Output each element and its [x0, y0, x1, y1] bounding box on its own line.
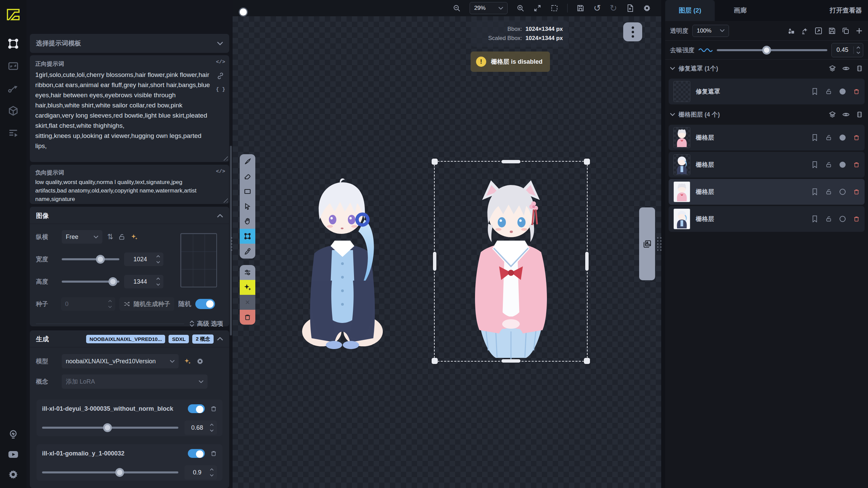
height-slider[interactable]	[62, 281, 119, 283]
lora-weight-input[interactable]: 0.68	[184, 421, 217, 435]
duplicate-layer-icon[interactable]	[842, 27, 850, 35]
zoom-level-select[interactable]: 29%	[470, 2, 508, 14]
bbox-handle-bottom[interactable]	[501, 359, 520, 363]
height-stepper[interactable]	[156, 278, 163, 286]
bookmark-icon[interactable]	[812, 134, 818, 141]
negative-prompt-box[interactable]: 负向提示词 low quality,worst quality,norma l …	[30, 165, 229, 204]
new-canvas-icon[interactable]	[626, 4, 634, 12]
layer-row-raster-1[interactable]: 栅格层	[669, 125, 865, 150]
panel-resize-grip[interactable]	[657, 237, 662, 251]
invoke-sparkle-tool-button[interactable]	[240, 280, 255, 295]
layer-color-dot[interactable]	[840, 189, 846, 195]
width-input[interactable]: 1024	[124, 252, 163, 266]
color-swatch[interactable]	[239, 7, 248, 17]
group-inpaint-mask[interactable]: 修复遮罩 (1个)	[665, 60, 868, 77]
layer-color-dot[interactable]	[840, 162, 846, 168]
eyedropper-tool-button[interactable]	[240, 244, 255, 259]
filter-tool-button[interactable]	[240, 265, 255, 280]
layer-row-inpaint-mask[interactable]: 修复遮罩	[669, 79, 865, 104]
trash-icon[interactable]	[210, 405, 217, 412]
bookmark-icon[interactable]	[812, 88, 818, 95]
layer-row-raster-4[interactable]: 栅格层	[669, 206, 865, 232]
trash-icon[interactable]	[210, 450, 217, 457]
canvas-image-blue-girl[interactable]	[291, 169, 393, 354]
nav-canvas-icon[interactable]	[7, 38, 19, 49]
chevron-up-icon[interactable]	[217, 214, 223, 218]
trash-icon[interactable]	[853, 134, 860, 141]
negative-prompt-text[interactable]: low quality,worst quality,norma l qualit…	[35, 178, 211, 203]
cancel-tool-button[interactable]: ×	[240, 295, 255, 310]
canvas-menu-button[interactable]	[623, 22, 642, 41]
height-input[interactable]: 1344	[124, 275, 163, 288]
bbox-handle-top-left[interactable]	[432, 159, 438, 165]
lora-enabled-toggle[interactable]	[188, 404, 205, 413]
layer-row-raster-3[interactable]: 栅格层	[669, 179, 865, 205]
layer-color-dot[interactable]	[840, 135, 846, 141]
eye-icon[interactable]	[842, 111, 850, 118]
chevron-up-icon[interactable]	[217, 337, 223, 341]
youtube-icon[interactable]	[7, 449, 19, 460]
model-select[interactable]: noobaiXLNAIXL_vPred10Version	[62, 354, 179, 368]
positive-prompt-box[interactable]: 正向提示词 1girl,solo,cute,loli,cherry blosso…	[30, 55, 229, 162]
merge-layers-icon[interactable]	[787, 27, 795, 35]
braces-icon[interactable]: { }	[216, 87, 225, 93]
layer-color-dot[interactable]	[840, 88, 846, 95]
fit-to-screen-icon[interactable]	[533, 4, 541, 12]
nav-queue-icon[interactable]	[7, 127, 19, 139]
code-embed-icon[interactable]: </>	[216, 169, 225, 175]
bbox-handle-left[interactable]	[433, 252, 436, 271]
lora-weight-slider[interactable]	[42, 471, 178, 473]
lock-open-icon[interactable]	[118, 233, 125, 241]
layer-color-dot[interactable]	[840, 216, 846, 222]
width-slider[interactable]	[62, 258, 119, 260]
swap-dimensions-icon[interactable]: ⇅	[107, 232, 113, 241]
bbox-tool-button[interactable]	[240, 229, 255, 244]
fit-bbox-icon[interactable]	[550, 4, 558, 12]
tab-gallery[interactable]: 画廊	[715, 0, 766, 21]
denoise-slider[interactable]	[717, 49, 827, 51]
layer-row-raster-2[interactable]: 栅格层	[669, 152, 865, 178]
bbox-handle-bottom-left[interactable]	[432, 358, 438, 364]
lora-enabled-toggle[interactable]	[188, 449, 205, 458]
tab-layers[interactable]: 图层 (2)	[665, 0, 715, 21]
redo-icon[interactable]: ↻	[610, 4, 617, 13]
model-settings-gear-icon[interactable]	[196, 358, 204, 365]
bbox-handle-top-right[interactable]	[584, 159, 590, 165]
layers-stack-icon[interactable]	[829, 65, 836, 72]
lock-open-icon[interactable]	[825, 88, 832, 95]
pan-tool-button[interactable]	[240, 214, 255, 229]
denoise-stepper[interactable]	[853, 46, 863, 54]
crop-frame-icon[interactable]	[856, 111, 863, 118]
undo-icon[interactable]: ↺	[593, 4, 601, 13]
prompt-template-selector[interactable]: 选择提示词模板	[30, 34, 229, 53]
bbox-handle-top[interactable]	[501, 160, 520, 163]
random-seed-toggle[interactable]	[195, 299, 215, 309]
resize-handle[interactable]	[222, 197, 228, 203]
link-icon[interactable]	[217, 73, 224, 79]
aspect-select[interactable]: Free	[62, 230, 102, 244]
bookmark-icon[interactable]	[812, 161, 818, 168]
selection-bbox[interactable]	[435, 162, 587, 361]
zoom-in-icon[interactable]	[516, 4, 525, 12]
canvas-stage[interactable]: 29% ↺ ↻ Bbox:1024×1344 px Scaled Bbox:10…	[233, 0, 661, 488]
lock-open-icon[interactable]	[825, 188, 832, 195]
flatten-sparkle-icon[interactable]	[801, 27, 809, 35]
nav-workflows-icon[interactable]	[7, 83, 19, 94]
width-stepper[interactable]	[156, 255, 163, 263]
gallery-flyout-button[interactable]	[639, 207, 655, 280]
expand-collapse-icon[interactable]	[190, 321, 194, 327]
canvas-settings-gear-icon[interactable]	[643, 4, 651, 12]
rect-tool-button[interactable]	[240, 184, 255, 199]
support-lightbulb-icon[interactable]	[8, 429, 19, 440]
save-layer-icon[interactable]	[828, 27, 836, 35]
nav-models-icon[interactable]	[7, 105, 19, 117]
fit-layer-icon[interactable]	[814, 27, 823, 35]
trash-icon[interactable]	[853, 161, 860, 168]
bookmark-icon[interactable]	[812, 188, 818, 195]
seed-input[interactable]: 0	[61, 297, 115, 311]
settings-gear-icon[interactable]	[8, 469, 19, 480]
brush-tool-button[interactable]	[240, 154, 255, 169]
advanced-options-link[interactable]: 高级 选项	[197, 320, 223, 328]
positive-prompt-text[interactable]: 1girl,solo,cute,loli,cherry blossoms,hai…	[35, 70, 211, 151]
crop-frame-icon[interactable]	[856, 65, 863, 72]
